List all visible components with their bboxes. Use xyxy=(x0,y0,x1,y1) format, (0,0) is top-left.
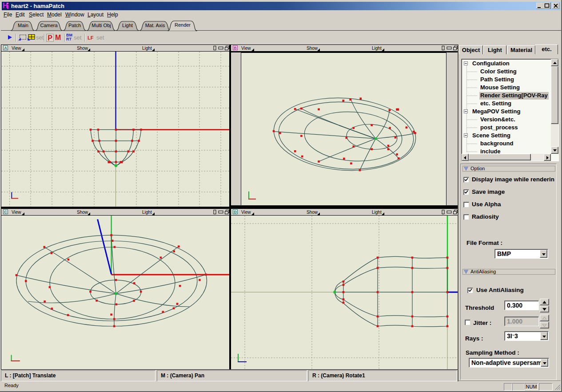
svg-text:Main: Main xyxy=(18,23,28,28)
svg-text:Light: Light xyxy=(122,23,133,28)
svg-text:Mat. Axis: Mat. Axis xyxy=(145,23,165,28)
svg-text:Multi Obj: Multi Obj xyxy=(92,23,111,28)
svg-text:Render: Render xyxy=(175,22,191,28)
svg-text:Patch: Patch xyxy=(68,23,81,28)
svg-text:Camera: Camera xyxy=(40,23,58,28)
